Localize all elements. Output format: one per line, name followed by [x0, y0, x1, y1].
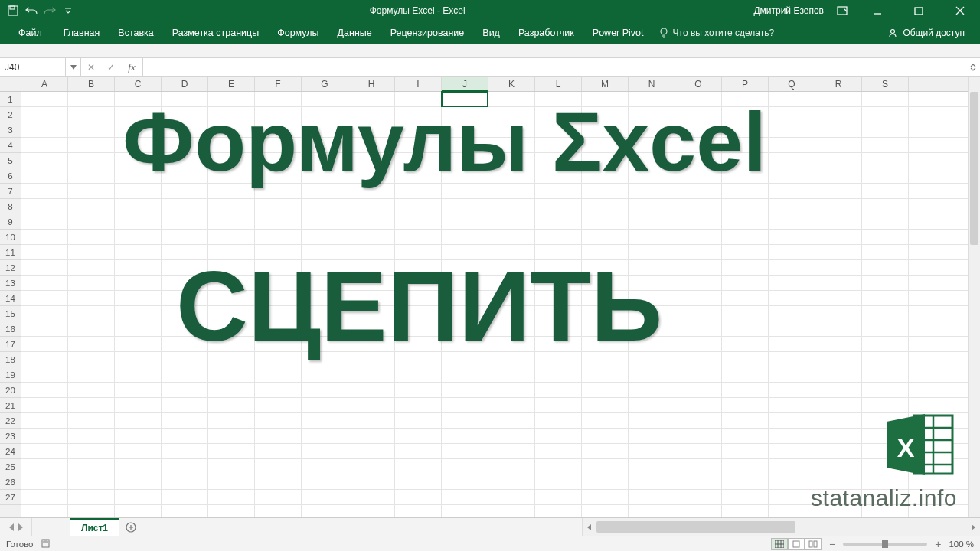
row-header[interactable]: 25	[0, 459, 21, 474]
tab-home[interactable]: Главная	[54, 21, 109, 44]
redo-icon[interactable]	[43, 4, 57, 18]
row-header[interactable]: 15	[0, 306, 21, 321]
formula-input[interactable]	[143, 58, 965, 76]
title-bar: Формулы Excel - Excel Дмитрий Езепов	[0, 0, 980, 21]
row-header[interactable]: 20	[0, 383, 21, 398]
column-headers: ABCDEFGHIJKLMNOPQRS	[0, 77, 968, 92]
tab-review[interactable]: Рецензирование	[381, 21, 474, 44]
column-header[interactable]: O	[675, 77, 722, 91]
column-header[interactable]: Q	[769, 77, 815, 91]
scroll-right-icon	[969, 523, 977, 531]
tab-file[interactable]: Файл	[6, 21, 54, 44]
cancel-formula-icon[interactable]: ✕	[81, 62, 101, 73]
tab-page-layout[interactable]: Разметка страницы	[163, 21, 268, 44]
view-page-break-button[interactable]	[805, 538, 822, 550]
horizontal-scroll-thumb[interactable]	[596, 521, 795, 533]
view-page-layout-button[interactable]	[788, 538, 805, 550]
new-sheet-button[interactable]	[119, 518, 142, 536]
row-header[interactable]: 2	[0, 107, 21, 122]
tab-insert[interactable]: Вставка	[109, 21, 162, 44]
minimize-button[interactable]	[861, 0, 894, 21]
zoom-level[interactable]: 100 %	[949, 540, 974, 549]
zoom-slider-thumb[interactable]	[882, 540, 888, 548]
row-header[interactable]: 4	[0, 138, 21, 153]
quick-access-toolbar	[0, 4, 81, 18]
column-header[interactable]: R	[815, 77, 862, 91]
column-header[interactable]: A	[21, 77, 68, 91]
close-button[interactable]	[943, 0, 977, 21]
column-header[interactable]: C	[115, 77, 162, 91]
column-header[interactable]: B	[68, 77, 115, 91]
column-header[interactable]: K	[488, 77, 535, 91]
select-all-corner[interactable]	[0, 77, 21, 91]
name-box-dropdown[interactable]	[66, 58, 81, 76]
row-header[interactable]: 9	[0, 214, 21, 230]
undo-icon[interactable]	[24, 4, 38, 18]
row-header[interactable]: 13	[0, 276, 21, 291]
expand-formula-bar-icon[interactable]	[965, 58, 980, 76]
row-header[interactable]: 8	[0, 199, 21, 214]
row-header[interactable]: 18	[0, 352, 21, 367]
sheet-nav-buttons[interactable]	[0, 518, 32, 536]
row-header[interactable]: 16	[0, 321, 21, 337]
user-name[interactable]: Дмитрий Езепов	[753, 5, 824, 16]
insert-function-icon[interactable]: fx	[121, 61, 142, 73]
sheet-tab-active[interactable]: Лист1	[70, 518, 119, 536]
vertical-scrollbar[interactable]	[968, 77, 980, 517]
row-header[interactable]: 19	[0, 367, 21, 383]
column-header[interactable]: S	[862, 77, 909, 91]
tab-developer[interactable]: Разработчик	[509, 21, 583, 44]
column-header[interactable]: D	[162, 77, 208, 91]
vertical-scroll-thumb[interactable]	[970, 92, 978, 245]
name-box[interactable]: J40	[0, 58, 66, 76]
column-header[interactable]: N	[629, 77, 675, 91]
row-header[interactable]: 22	[0, 413, 21, 429]
column-header[interactable]: J	[442, 77, 488, 91]
row-header[interactable]: 24	[0, 444, 21, 459]
view-normal-button[interactable]	[771, 538, 788, 550]
tab-formulas[interactable]: Формулы	[268, 21, 328, 44]
qat-customize-icon[interactable]	[61, 4, 75, 18]
scroll-left-icon	[586, 523, 593, 531]
macro-record-icon[interactable]	[41, 539, 52, 549]
column-header[interactable]: P	[722, 77, 769, 91]
zoom-out-button[interactable]: −	[829, 538, 835, 550]
share-button[interactable]: Общий доступ	[878, 28, 974, 38]
column-header[interactable]: E	[208, 77, 255, 91]
svg-rect-1	[10, 6, 15, 9]
tab-power-pivot[interactable]: Power Pivot	[583, 21, 653, 44]
column-header[interactable]: F	[255, 77, 302, 91]
enter-formula-icon[interactable]: ✓	[101, 62, 121, 73]
ribbon-display-icon[interactable]	[831, 0, 853, 21]
row-header[interactable]: 11	[0, 245, 21, 260]
column-header[interactable]: H	[348, 77, 395, 91]
zoom-slider[interactable]	[843, 543, 927, 546]
column-header[interactable]: G	[302, 77, 348, 91]
spreadsheet-grid[interactable]: ABCDEFGHIJKLMNOPQRS 12345678910111213141…	[0, 77, 980, 517]
overlay-headline-1: Формулы Σxcel	[122, 99, 766, 184]
row-header[interactable]: 7	[0, 184, 21, 199]
row-header[interactable]: 21	[0, 398, 21, 413]
row-header[interactable]: 1	[0, 92, 21, 107]
row-header[interactable]: 26	[0, 474, 21, 490]
column-header[interactable]: I	[395, 77, 442, 91]
tell-me-search[interactable]: Что вы хотите сделать?	[659, 28, 775, 38]
row-header[interactable]: 6	[0, 168, 21, 184]
row-header[interactable]: 27	[0, 490, 21, 505]
row-header[interactable]: 23	[0, 429, 21, 444]
row-header[interactable]: 12	[0, 260, 21, 276]
maximize-button[interactable]	[902, 0, 936, 21]
row-header[interactable]: 14	[0, 291, 21, 306]
column-header[interactable]: L	[535, 77, 582, 91]
column-header[interactable]: M	[582, 77, 629, 91]
row-header[interactable]: 17	[0, 337, 21, 352]
zoom-in-button[interactable]: +	[935, 538, 941, 550]
row-header[interactable]: 5	[0, 153, 21, 168]
horizontal-scrollbar[interactable]	[582, 518, 980, 536]
svg-point-4	[661, 28, 667, 34]
row-header[interactable]: 10	[0, 230, 21, 245]
row-header[interactable]: 3	[0, 122, 21, 138]
tab-data[interactable]: Данные	[328, 21, 381, 44]
tab-view[interactable]: Вид	[473, 21, 509, 44]
save-icon[interactable]	[6, 4, 20, 18]
